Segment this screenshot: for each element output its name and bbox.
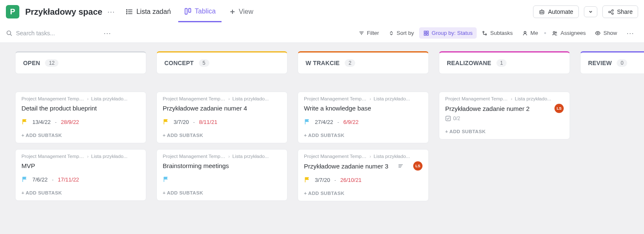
task-card[interactable]: Project Management Template ...›Lista pr… bbox=[15, 149, 146, 201]
column-title: REALIZOWANE bbox=[447, 60, 491, 66]
date-separator: - bbox=[334, 177, 336, 183]
svg-rect-7 bbox=[189, 8, 191, 12]
svg-point-33 bbox=[597, 32, 599, 34]
toolbar-more-icon[interactable]: ⋯ bbox=[622, 29, 638, 38]
chevron-down-icon bbox=[588, 9, 593, 14]
dot-separator: • bbox=[543, 29, 547, 37]
assignee-avatar[interactable]: LS bbox=[554, 104, 564, 113]
due-date[interactable]: 6/9/22 bbox=[343, 119, 359, 125]
breadcrumb[interactable]: Project Management Template ...›Lista pr… bbox=[21, 96, 140, 101]
board-column: OPEN12Project Management Template ...›Li… bbox=[15, 51, 146, 207]
task-card[interactable]: Project Management Template ...›Lista pr… bbox=[15, 92, 146, 143]
assignees-button[interactable]: Assignees bbox=[548, 27, 590, 39]
me-label: Me bbox=[531, 30, 538, 36]
start-date[interactable]: 3/7/20 bbox=[315, 177, 330, 183]
priority-flag-icon[interactable] bbox=[163, 118, 169, 125]
start-date[interactable]: 27/4/22 bbox=[315, 119, 333, 125]
show-label: Show bbox=[603, 30, 617, 36]
column-count: 12 bbox=[45, 59, 58, 67]
filter-button[interactable]: Filter bbox=[354, 27, 383, 39]
sort-button[interactable]: Sort by bbox=[384, 27, 418, 39]
add-subtask-button[interactable]: ADD SUBTASK bbox=[163, 133, 281, 138]
breadcrumb[interactable]: Project Management Template ...›Lista pr… bbox=[304, 96, 422, 101]
priority-flag-icon[interactable] bbox=[304, 176, 311, 183]
column-title: W TRAKCIE bbox=[306, 60, 340, 66]
search-wrap bbox=[6, 30, 98, 37]
due-date[interactable]: 28/9/22 bbox=[61, 119, 79, 125]
share-button[interactable]: Share bbox=[602, 5, 638, 18]
breadcrumb-2: Lista przykłado... bbox=[374, 154, 410, 159]
add-subtask-button[interactable]: ADD SUBTASK bbox=[304, 133, 422, 138]
description-icon bbox=[398, 163, 404, 169]
subtasks-button[interactable]: Subtasks bbox=[478, 27, 517, 39]
add-subtask-button[interactable]: ADD SUBTASK bbox=[163, 190, 281, 195]
task-card[interactable]: Project Management Template ...›Lista pr… bbox=[298, 92, 429, 143]
priority-flag-icon[interactable] bbox=[21, 118, 28, 125]
task-card[interactable]: Project Management Template ...›Lista pr… bbox=[298, 149, 429, 201]
breadcrumb-2: Lista przykłado... bbox=[91, 154, 127, 159]
start-date[interactable]: 7/6/22 bbox=[32, 176, 48, 183]
column-header[interactable]: W TRAKCIE2 bbox=[298, 51, 429, 74]
groupby-button[interactable]: Group by: Status bbox=[419, 27, 477, 39]
start-date[interactable]: 3/7/20 bbox=[174, 119, 189, 125]
automate-button[interactable]: Automate bbox=[533, 5, 579, 18]
svg-line-17 bbox=[610, 11, 612, 11]
add-subtask-button[interactable]: ADD SUBTASK bbox=[445, 129, 564, 134]
search-input[interactable] bbox=[16, 30, 87, 37]
tab-add-view[interactable]: View bbox=[223, 2, 259, 21]
add-subtask-button[interactable]: ADD SUBTASK bbox=[21, 133, 140, 138]
chevron-right-icon: › bbox=[228, 96, 230, 101]
space-title[interactable]: Przykładowy space bbox=[25, 7, 102, 17]
svg-point-15 bbox=[612, 9, 613, 11]
subtask-progress[interactable]: 0/2 bbox=[445, 116, 564, 121]
breadcrumb[interactable]: Project Management Template ...›Lista pr… bbox=[445, 96, 564, 101]
svg-point-30 bbox=[524, 31, 526, 33]
tab-board[interactable]: Tablica bbox=[178, 2, 222, 22]
due-date[interactable]: 8/11/21 bbox=[199, 119, 217, 125]
space-badge[interactable]: P bbox=[6, 5, 19, 18]
assignee-avatar[interactable]: LS bbox=[413, 161, 422, 171]
column-header[interactable]: REVIEW0 bbox=[580, 51, 644, 74]
space-more-icon[interactable]: ⋯ bbox=[104, 7, 118, 16]
board-column: REALIZOWANE1Project Management Template … bbox=[439, 51, 570, 207]
task-card[interactable]: Project Management Template ...›Lista pr… bbox=[156, 149, 288, 201]
tab-list[interactable]: Lista zadań bbox=[120, 2, 177, 21]
me-button[interactable]: Me bbox=[518, 27, 542, 39]
subtask-count: 0/2 bbox=[453, 116, 460, 121]
svg-rect-26 bbox=[424, 34, 426, 35]
automate-dropdown[interactable] bbox=[584, 6, 597, 17]
top-header: P Przykładowy space ⋯ Lista zadań Tablic… bbox=[0, 0, 644, 24]
priority-flag-icon[interactable] bbox=[163, 176, 169, 183]
breadcrumb[interactable]: Project Management Template ...›Lista pr… bbox=[21, 154, 140, 159]
breadcrumb-1: Project Management Template ... bbox=[304, 154, 367, 159]
priority-flag-icon[interactable] bbox=[304, 118, 311, 125]
start-date[interactable]: 13/4/22 bbox=[32, 119, 50, 125]
column-header[interactable]: REALIZOWANE1 bbox=[439, 51, 570, 74]
svg-line-18 bbox=[610, 12, 612, 13]
filter-label: Filter bbox=[367, 30, 379, 36]
due-date[interactable]: 26/10/21 bbox=[340, 177, 362, 183]
svg-point-12 bbox=[542, 12, 543, 13]
due-date[interactable]: 17/11/22 bbox=[58, 176, 79, 183]
task-card[interactable]: Project Management Template ...›Lista pr… bbox=[156, 92, 288, 143]
add-subtask-button[interactable]: ADD SUBTASK bbox=[304, 191, 422, 196]
breadcrumb[interactable]: Project Management Template ...›Lista pr… bbox=[163, 154, 281, 159]
add-subtask-button[interactable]: ADD SUBTASK bbox=[21, 190, 140, 195]
card-title: Przykładowe zadanie numer 3 bbox=[304, 162, 388, 171]
board-column: REVIEW0 bbox=[580, 51, 644, 207]
column-header[interactable]: OPEN12 bbox=[15, 51, 146, 74]
task-card[interactable]: Project Management Template ...›Lista pr… bbox=[439, 92, 570, 139]
svg-point-29 bbox=[486, 34, 487, 35]
search-more-icon[interactable]: ⋯ bbox=[99, 29, 115, 38]
subtasks-icon bbox=[482, 30, 488, 36]
svg-point-19 bbox=[7, 31, 11, 34]
breadcrumb[interactable]: Project Management Template ...›Lista pr… bbox=[304, 154, 422, 159]
show-button[interactable]: Show bbox=[591, 27, 621, 39]
tab-board-label: Tablica bbox=[195, 8, 216, 15]
column-header[interactable]: CONCEPT5 bbox=[156, 51, 288, 74]
card-title: Przykładowe zadanie numer 4 bbox=[163, 104, 247, 113]
filter-icon bbox=[359, 30, 364, 36]
priority-flag-icon[interactable] bbox=[21, 176, 28, 183]
breadcrumb-2: Lista przykłado... bbox=[91, 96, 127, 101]
breadcrumb[interactable]: Project Management Template ...›Lista pr… bbox=[163, 96, 281, 101]
